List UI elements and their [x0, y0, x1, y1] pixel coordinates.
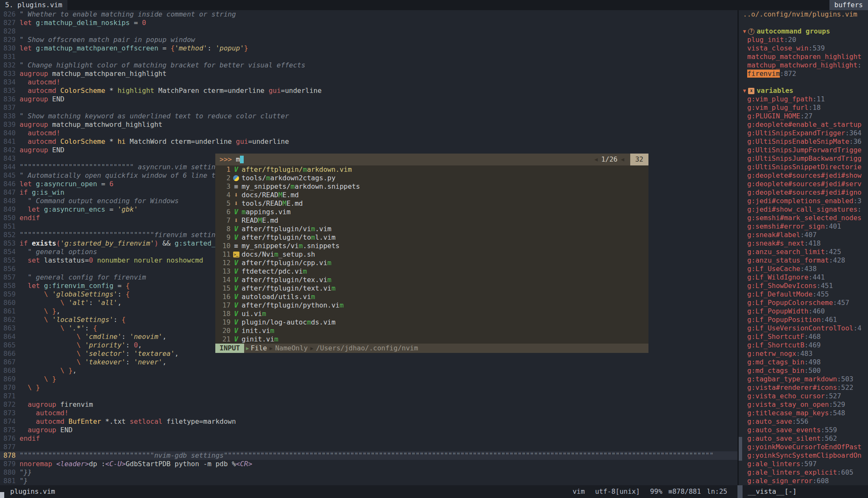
file-result-row[interactable]: 6Vmappings.vim: [215, 208, 648, 216]
file-result-row[interactable]: 21Vginit.vim: [215, 335, 648, 344]
sidebar-tag-item[interactable]: g:vista_echo_cursor:527: [739, 392, 868, 400]
code-line[interactable]: 833augroup matchup_matchparen_highlight: [0, 70, 737, 78]
sidebar-tag-item[interactable]: g:auto_save_silent:562: [739, 434, 868, 443]
sidebar-tag-item[interactable]: g:vim_plug_furl:18: [739, 104, 868, 112]
sidebar-tag-item[interactable]: g:auto_save_events:559: [739, 426, 868, 434]
file-result-row[interactable]: 19Vplugin/log-autocmds.vim: [215, 318, 648, 327]
file-result-row[interactable]: 8Vafter/ftplugin/vim.vim: [215, 225, 648, 233]
sidebar-tag-item[interactable]: g:UltiSnipsJumpForwardTrigge: [739, 146, 868, 154]
sidebar-tag-item[interactable]: g:Lf_UseCache:438: [739, 265, 868, 273]
code-line[interactable]: 874 autocmd BufEnter *.txt setlocal file…: [0, 417, 737, 426]
code-line[interactable]: 872 augroup firenvim: [0, 400, 737, 409]
collapse-arrow-icon[interactable]: ▼: [743, 87, 746, 95]
code-line[interactable]: 841 autocmd ColorScheme * hi MatchWord c…: [0, 137, 737, 146]
leaderf-result-list[interactable]: 1Vafter/ftplugin/markdown.vim2tools/mark…: [215, 165, 648, 344]
sidebar-tag-item[interactable]: g:UltiSnipsJumpBackwardTrigg: [739, 154, 868, 163]
sidebar-tag-item[interactable]: g:vista_stay_on_open:529: [739, 400, 868, 409]
sidebar-tag-item[interactable]: plug_init:20: [739, 36, 868, 44]
file-result-row[interactable]: 5⬇tools/README.md: [215, 199, 648, 208]
sidebar-tag-item[interactable]: g:deoplete#enable_at_startup: [739, 120, 868, 129]
sidebar-tag-item[interactable]: g:sneak#label:407: [739, 231, 868, 239]
sidebar-tag-item[interactable]: g:Lf_ShowDevIcons:451: [739, 282, 868, 290]
file-result-row[interactable]: 1Vafter/ftplugin/markdown.vim: [215, 165, 648, 174]
sidebar-tag-item[interactable]: g:Lf_UseVersionControlTool:4: [739, 324, 868, 333]
sidebar-tag-item[interactable]: g:deoplete#sources#jedi#serv: [739, 180, 868, 188]
sidebar-tag-item[interactable]: g:yoinkMoveCursorToEndOfPast: [739, 443, 868, 451]
file-result-row[interactable]: 20Vinit.vim: [215, 327, 648, 335]
sidebar-tag-item[interactable]: matchup_matchparen_highlight: [739, 53, 868, 61]
file-result-row[interactable]: 11>_docs/Nvim_setup.sh: [215, 250, 648, 259]
sidebar-tag-item[interactable]: g:ale_linters_explicit:605: [739, 468, 868, 477]
sidebar-tag-item[interactable]: g:semshi#error_sign:401: [739, 222, 868, 231]
sidebar-tag-item[interactable]: g:anzu_status_format:428: [739, 256, 868, 265]
code-line[interactable]: 829" Show offscreen match pair in popup …: [0, 36, 737, 44]
code-line[interactable]: 832" Change highlight color of matching …: [0, 61, 737, 70]
sidebar-tag-item[interactable]: g:PLUGIN_HOME:27: [739, 112, 868, 120]
sidebar-tag-item[interactable]: g:md_ctags_bin:500: [739, 367, 868, 375]
code-line[interactable]: 873 autocmd!: [0, 409, 737, 417]
sidebar-section-header[interactable]: ▼xvariables: [739, 87, 868, 95]
sidebar-tag-item[interactable]: g:Lf_PopupColorscheme:457: [739, 299, 868, 307]
code-line[interactable]: 839augroup matchup_matchword_highlight: [0, 120, 737, 129]
sidebar-tag-item[interactable]: matchup_matchword_highlight:: [739, 61, 868, 70]
file-result-row[interactable]: 12Vafter/ftplugin/cpp.vim: [215, 259, 648, 267]
sidebar-tag-item[interactable]: g:ale_sign_error:608: [739, 477, 868, 485]
sidebar-tag-item[interactable]: g:titlecase_map_keys:548: [739, 409, 868, 417]
sidebar-tag-item[interactable]: g:md_ctags_bin:498: [739, 358, 868, 367]
sidebar-tag-item[interactable]: firenvim:872: [739, 70, 868, 78]
file-result-row[interactable]: 3≡my_snippets/markdown.snippets: [215, 182, 648, 191]
sidebar-tag-item[interactable]: g:UltiSnipsSnippetDirectorie: [739, 163, 868, 171]
code-line[interactable]: 875 augroup END: [0, 426, 737, 434]
file-result-row[interactable]: 2tools/markdown2ctags.py: [215, 174, 648, 182]
sidebar-tag-item[interactable]: g:vim_plug_fpath:11: [739, 95, 868, 104]
sidebar-tag-item[interactable]: g:deoplete#sources#jedi#show: [739, 171, 868, 180]
code-line[interactable]: 868 \ },: [0, 367, 737, 375]
code-line[interactable]: 838" Show matching keyword as underlined…: [0, 112, 737, 120]
file-result-row[interactable]: 14Vafter/ftplugin/tex.vim: [215, 276, 648, 284]
code-line[interactable]: 842augroup END: [0, 146, 737, 154]
collapse-arrow-icon[interactable]: ▼: [743, 27, 746, 36]
sidebar-tag-item[interactable]: g:Lf_ShortcutF:468: [739, 333, 868, 341]
sidebar-tag-item[interactable]: g:Lf_ShortcutB:469: [739, 341, 868, 350]
code-line[interactable]: 869 \ }: [0, 375, 737, 383]
sidebar-tag-item[interactable]: g:jedi#completions_enabled:3: [739, 197, 868, 205]
code-line[interactable]: 878"""""""""""""""""""""""""""""""""nvim…: [0, 451, 737, 460]
code-line[interactable]: 837: [0, 104, 737, 112]
code-line[interactable]: 876endif: [0, 434, 737, 443]
vista-sidebar[interactable]: ..o/.config/nvim/plugins.vim▼?autocomman…: [737, 10, 868, 485]
sidebar-tag-item[interactable]: g:UltiSnipsExpandTrigger:364: [739, 129, 868, 137]
sidebar-tag-item[interactable]: g:jedi#show_call_signatures:: [739, 205, 868, 214]
file-result-row[interactable]: 4⬇docs/README.md: [215, 191, 648, 199]
sidebar-tag-item[interactable]: g:Lf_PopupWidth:460: [739, 307, 868, 316]
file-result-row[interactable]: 7⬇README.md: [215, 216, 648, 225]
file-result-row[interactable]: 13Vftdetect/pdc.vim: [215, 267, 648, 276]
code-line[interactable]: 881"}: [0, 477, 737, 485]
sidebar-tag-item[interactable]: g:vista#renderer#icons:522: [739, 383, 868, 392]
sidebar-tag-item[interactable]: g:auto_save:556: [739, 417, 868, 426]
code-line[interactable]: 835 autocmd ColorScheme * highlight Matc…: [0, 87, 737, 95]
code-line[interactable]: 867 \ 'takeover': 'never',: [0, 358, 737, 367]
sidebar-tag-item[interactable]: g:Lf_WildIgnore:441: [739, 273, 868, 282]
leaderf-input-bar[interactable]: >>> m ◀ 1/26 ◀ 32: [215, 154, 648, 165]
sidebar-tag-item[interactable]: g:anzu_search_limit:425: [739, 248, 868, 256]
sidebar-tag-item[interactable]: g:sneak#s_next:418: [739, 239, 868, 248]
sidebar-tag-item[interactable]: g:Lf_DefaultMode:455: [739, 290, 868, 299]
sidebar-tag-item[interactable]: g:UltiSnipsEnableSnipMate:36: [739, 137, 868, 146]
file-result-row[interactable]: 15Vafter/ftplugin/text.vim: [215, 284, 648, 293]
file-result-row[interactable]: 9Vafter/ftplugin/toml.vim: [215, 233, 648, 242]
sidebar-section-header[interactable]: ▼?autocommand groups: [739, 27, 868, 36]
sidebar-tag-item[interactable]: vista_close_win:539: [739, 44, 868, 53]
code-line[interactable]: 828: [0, 27, 737, 36]
code-line[interactable]: 871: [0, 392, 737, 400]
file-result-row[interactable]: 18Vui.vim: [215, 310, 648, 318]
code-line[interactable]: 880"}}: [0, 468, 737, 477]
buffers-label[interactable]: buffers: [829, 0, 868, 10]
sidebar-tag-item[interactable]: g:tagbar_type_markdown:503: [739, 375, 868, 383]
sidebar-tag-item[interactable]: g:semshi#mark_selected_nodes: [739, 214, 868, 222]
code-line[interactable]: 827let g:matchup_delim_noskips = 0: [0, 19, 737, 27]
sidebar-tag-item[interactable]: g:yoinkSyncSystemClipboardOn: [739, 451, 868, 460]
code-line[interactable]: 840 autocmd!: [0, 129, 737, 137]
sidebar-tag-item[interactable]: g:deoplete#sources#jedi#igno: [739, 188, 868, 197]
file-result-row[interactable]: 10≡my_snippets/vim.snippets: [215, 242, 648, 250]
code-line[interactable]: 877: [0, 443, 737, 451]
